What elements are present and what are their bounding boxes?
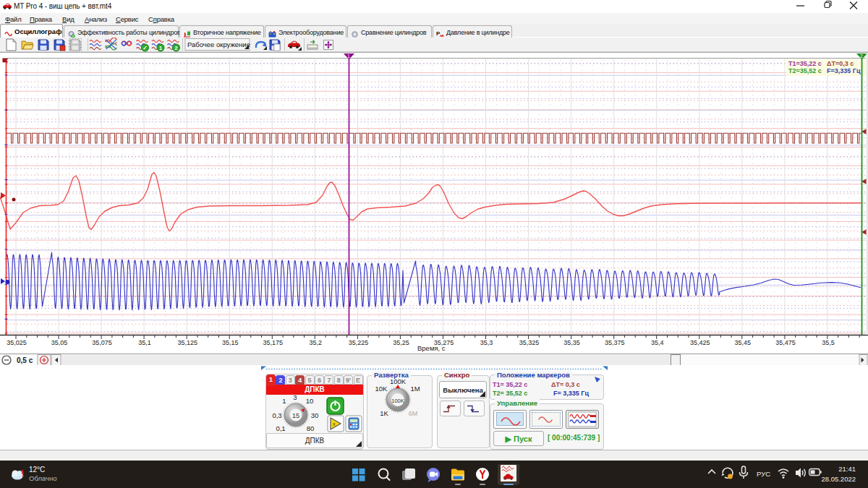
svg-text:6M: 6M [409, 410, 418, 417]
svg-text:2: 2 [860, 53, 863, 59]
svg-text:35,3: 35,3 [480, 339, 493, 346]
svg-text:1K: 1K [380, 409, 388, 417]
svg-text:3: 3 [293, 395, 297, 401]
svg-text:P: P [436, 30, 441, 37]
svg-text:35,125: 35,125 [177, 339, 197, 346]
svg-text:35,1: 35,1 [138, 339, 151, 346]
svg-text:21:41: 21:41 [838, 465, 856, 473]
svg-text:30: 30 [311, 411, 319, 419]
svg-text:✓: ✓ [142, 45, 148, 51]
svg-text:35,475: 35,475 [775, 339, 796, 346]
svg-text:РУС: РУС [757, 470, 770, 478]
svg-text:80: 80 [307, 424, 315, 432]
svg-text:1: 1 [159, 45, 163, 51]
svg-text:T1=35,22 с: T1=35,22 с [788, 60, 822, 67]
svg-text:35,35: 35,35 [563, 339, 580, 346]
svg-text:35,175: 35,175 [263, 339, 284, 346]
svg-text:0,3: 0,3 [272, 411, 281, 419]
svg-text:2: 2 [174, 45, 178, 51]
svg-text:15: 15 [292, 412, 299, 419]
svg-text:35,4: 35,4 [651, 339, 664, 346]
svg-text:35,05: 35,05 [51, 339, 68, 346]
svg-text:35,2: 35,2 [310, 339, 323, 346]
svg-text:F=3,335 Гц: F=3,335 Гц [827, 67, 861, 74]
svg-text:0,5 с: 0,5 с [17, 356, 33, 364]
svg-text:1: 1 [282, 397, 286, 405]
svg-text:ΔT=0,3 с: ΔT=0,3 с [827, 60, 854, 67]
svg-text:35,075: 35,075 [92, 339, 112, 346]
svg-text:100K: 100K [390, 377, 407, 385]
svg-text:35,225: 35,225 [349, 339, 369, 346]
svg-text:T2=35,52 с: T2=35,52 с [788, 67, 822, 74]
svg-text:35,375: 35,375 [605, 339, 625, 346]
svg-text:100K: 100K [391, 398, 404, 404]
svg-text:35,15: 35,15 [222, 339, 239, 346]
svg-text:Рабочее окружение: Рабочее окружение [187, 40, 250, 48]
svg-text:35,45: 35,45 [735, 339, 752, 346]
svg-text:35,425: 35,425 [690, 339, 710, 346]
svg-text:x: x [333, 421, 336, 427]
svg-text:1: 1 [347, 53, 350, 59]
svg-text:Время, с: Время, с [417, 344, 446, 352]
svg-text:35,025: 35,025 [7, 339, 27, 346]
svg-text:0,1: 0,1 [276, 424, 285, 432]
svg-text:10K: 10K [375, 385, 388, 393]
svg-text:35,5: 35,5 [822, 339, 835, 346]
svg-text:35,25: 35,25 [393, 339, 409, 346]
svg-text:35,325: 35,325 [519, 339, 540, 346]
svg-text:28.05.2022: 28.05.2022 [821, 475, 856, 483]
svg-text:10: 10 [306, 397, 314, 405]
svg-text:1M: 1M [410, 385, 420, 393]
